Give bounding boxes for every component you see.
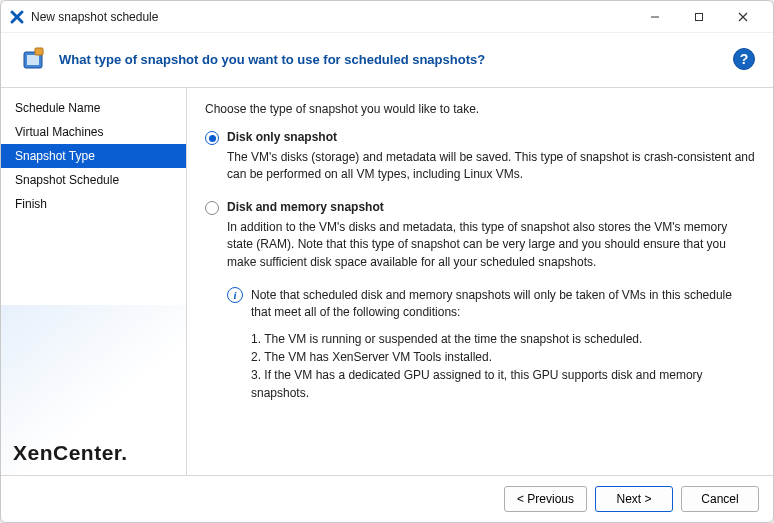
option-disk-only-desc: The VM's disks (storage) and metadata wi… [227,149,755,184]
option-disk-memory-label: Disk and memory snapshot [227,200,384,214]
titlebar: New snapshot schedule [1,1,773,33]
sidebar-item-virtual-machines[interactable]: Virtual Machines [1,120,186,144]
wizard-body: Schedule Name Virtual Machines Snapshot … [1,88,773,475]
note-row: i Note that scheduled disk and memory sn… [227,287,755,322]
next-button[interactable]: Next > [595,486,673,512]
window-title: New snapshot schedule [31,10,158,24]
wizard-content: Choose the type of snapshot you would li… [187,88,773,475]
condition-1: 1. The VM is running or suspended at the… [251,330,755,348]
sidebar-item-schedule-name[interactable]: Schedule Name [1,96,186,120]
intro-text: Choose the type of snapshot you would li… [205,102,755,116]
option-disk-memory[interactable]: Disk and memory snapshot [205,200,755,215]
svg-rect-4 [35,48,43,55]
cancel-button[interactable]: Cancel [681,486,759,512]
option-disk-only-label: Disk only snapshot [227,130,337,144]
close-button[interactable] [721,3,765,31]
option-disk-only[interactable]: Disk only snapshot [205,130,755,145]
help-button[interactable]: ? [733,48,755,70]
wizard-dialog: New snapshot schedule What type of snaps… [0,0,774,523]
note-text: Note that scheduled disk and memory snap… [251,287,755,322]
brand-logo: XenCenter. [13,441,128,465]
previous-button[interactable]: < Previous [504,486,587,512]
app-icon [9,9,25,25]
condition-3: 3. If the VM has a dedicated GPU assigne… [251,366,755,402]
svg-rect-3 [27,55,39,65]
radio-disk-only[interactable] [205,131,219,145]
option-disk-memory-desc: In addition to the VM's disks and metada… [227,219,755,271]
sidebar-item-finish[interactable]: Finish [1,192,186,216]
conditions-list: 1. The VM is running or suspended at the… [251,330,755,402]
sidebar-item-snapshot-type[interactable]: Snapshot Type [1,144,186,168]
wizard-header: What type of snapshot do you want to use… [1,33,773,88]
page-title: What type of snapshot do you want to use… [59,52,485,67]
minimize-button[interactable] [633,3,677,31]
radio-disk-memory[interactable] [205,201,219,215]
wizard-footer: < Previous Next > Cancel [1,475,773,522]
snapshot-icon [19,45,47,73]
info-icon: i [227,287,243,303]
svg-rect-1 [696,13,703,20]
maximize-button[interactable] [677,3,721,31]
condition-2: 2. The VM has XenServer VM Tools install… [251,348,755,366]
sidebar-item-snapshot-schedule[interactable]: Snapshot Schedule [1,168,186,192]
wizard-steps-sidebar: Schedule Name Virtual Machines Snapshot … [1,88,187,475]
